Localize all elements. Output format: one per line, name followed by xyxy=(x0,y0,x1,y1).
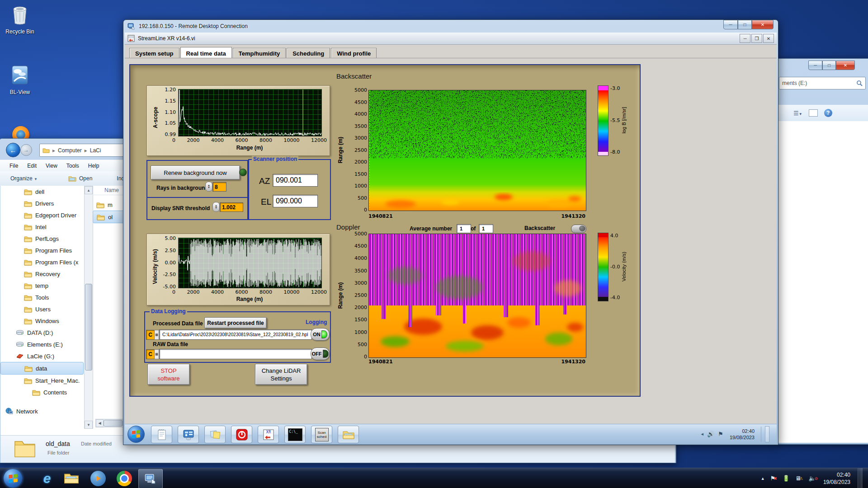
show-desktop-button[interactable] xyxy=(858,468,863,488)
backscatter-toggle[interactable] xyxy=(571,225,586,233)
tab-wind-profile[interactable]: Wind profile xyxy=(331,48,377,58)
start-button[interactable] xyxy=(4,469,22,488)
sidebar-item-start-here-mac[interactable]: Start_Here_Mac. xyxy=(0,375,84,386)
view-options-icon[interactable]: ☰▼ xyxy=(793,110,802,117)
tree-scrollbar[interactable]: ▲ ▼ xyxy=(84,186,93,429)
remote-speaker-icon[interactable]: 🔊 xyxy=(707,431,714,437)
remote-taskbar-scan-scheduler[interactable]: Scansched xyxy=(311,426,332,443)
el-value[interactable]: 090.000 xyxy=(273,195,318,207)
rays-value[interactable]: 8 xyxy=(212,182,226,192)
sidebar-item-intel[interactable]: Intel xyxy=(0,221,84,233)
remote-taskbar-notepad[interactable] xyxy=(151,426,172,443)
remote-taskbar-sticky-notes[interactable] xyxy=(204,426,226,443)
remote-clock[interactable]: 02:4019/08/2023 xyxy=(727,428,757,441)
raw-path-field[interactable] xyxy=(159,349,312,359)
sidebar-item-users[interactable]: Users xyxy=(0,303,84,315)
remote-taskbar-explorer[interactable] xyxy=(338,426,359,443)
average-total-value[interactable]: 1 xyxy=(479,224,493,233)
menu-edit[interactable]: Edit xyxy=(27,163,37,169)
processed-drive-box[interactable]: C xyxy=(146,330,155,340)
sidebar-item-data-d[interactable]: DATA (D:) xyxy=(0,327,84,338)
rdp-minimize-button[interactable]: ─ xyxy=(723,20,738,29)
average-number-value[interactable]: 1 xyxy=(457,224,471,233)
remote-tray-chevron-icon[interactable]: ◂ xyxy=(701,431,704,437)
sidebar-item-contents[interactable]: Contents xyxy=(0,386,84,398)
sidebar-item-recovery[interactable]: Recovery xyxy=(0,268,84,280)
sidebar-item-elements-e[interactable]: Elements (E:) xyxy=(0,338,84,350)
remote-start-button[interactable] xyxy=(127,426,145,443)
remote-show-desktop[interactable] xyxy=(765,426,769,442)
back-button[interactable]: ← xyxy=(6,143,20,157)
processed-path-type-icon[interactable]: ▩ xyxy=(154,330,159,340)
remote-taskbar-stop-app[interactable] xyxy=(231,426,252,443)
sidebar-item-temp[interactable]: temp xyxy=(0,280,84,291)
sidebar-item-perflogs[interactable]: PerfLogs xyxy=(0,233,84,244)
minimize-button[interactable]: ─ xyxy=(808,61,822,70)
az-value[interactable]: 090.001 xyxy=(273,174,318,187)
raw-path-type-icon[interactable]: ▩ xyxy=(154,349,159,359)
help-icon[interactable]: ? xyxy=(824,109,832,117)
taskbar-wmp-icon[interactable] xyxy=(90,471,106,486)
tab-system-setup[interactable]: System setup xyxy=(129,48,179,58)
remote-taskbar-control-panel[interactable] xyxy=(178,426,199,443)
menu-file[interactable]: File xyxy=(9,163,18,169)
rays-spinner[interactable]: ▲▼ xyxy=(205,182,212,192)
labview-minimize-button[interactable]: ─ xyxy=(740,34,750,43)
ascope-plot[interactable] xyxy=(178,89,322,136)
tray-network-icon[interactable]: 🖥⚠ xyxy=(795,475,803,482)
tray-speaker-muted-icon[interactable]: 🔈⊘ xyxy=(808,475,818,482)
labview-close-button[interactable]: ✕ xyxy=(763,34,774,43)
taskbar-chrome-icon[interactable] xyxy=(117,471,132,486)
velocity-plot[interactable] xyxy=(178,238,322,288)
search-box[interactable]: ments (E:) xyxy=(779,77,866,89)
host-clock[interactable]: 02:4019/08/2023 xyxy=(823,471,852,486)
sidebar-item-network[interactable]: Network xyxy=(0,405,88,417)
labview-titlebar[interactable]: StreamLine XR v14-6.vi ─ ❐ ✕ xyxy=(125,33,777,45)
rdp-maximize-button[interactable]: □ xyxy=(738,20,752,29)
backscatter-heatmap[interactable] xyxy=(368,90,586,211)
doppler-heatmap[interactable] xyxy=(368,234,586,358)
sidebar-item-tools[interactable]: Tools xyxy=(0,291,84,303)
taskbar-rdp-button-active[interactable] xyxy=(138,469,163,488)
desktop-icon-blview[interactable]: BL-View xyxy=(3,65,37,95)
rdp-titlebar[interactable]: 192.168.0.150 - Remote Desktop Connectio… xyxy=(123,20,778,33)
preview-pane-icon[interactable] xyxy=(809,109,818,117)
processed-logging-on-button[interactable]: ON xyxy=(311,328,330,341)
raw-logging-off-button[interactable]: OFF xyxy=(311,347,330,360)
tray-up-arrow-icon[interactable]: ▲ xyxy=(761,476,765,481)
desktop-icon-recycle-bin[interactable]: Recycle Bin xyxy=(3,4,37,35)
menu-tools[interactable]: Tools xyxy=(66,163,79,169)
taskbar-ie-icon[interactable]: e xyxy=(37,470,57,487)
sidebar-item-windows[interactable]: Windows xyxy=(0,315,84,327)
sidebar-item-program-files[interactable]: Program Files xyxy=(0,244,84,256)
snr-spinner[interactable]: ▲▼ xyxy=(212,202,220,212)
tray-battery-icon[interactable]: 🔋 xyxy=(783,475,790,482)
sidebar-item-data[interactable]: data xyxy=(0,362,84,375)
renew-background-button[interactable]: Renew background now xyxy=(151,165,240,180)
tree-scrollbar-thumb[interactable] xyxy=(85,284,92,371)
close-button[interactable]: ✕ xyxy=(836,61,855,70)
breadcrumb-computer[interactable]: Computer xyxy=(58,147,82,154)
labview-restore-button[interactable]: ❐ xyxy=(751,34,762,43)
remote-taskbar-labview-xr[interactable]: XR xyxy=(258,426,279,443)
tab-real-time-data[interactable]: Real time data xyxy=(180,47,232,58)
rdp-close-button[interactable]: ✕ xyxy=(752,20,774,29)
menu-help[interactable]: Help xyxy=(88,163,99,169)
snr-value[interactable]: 1.002 xyxy=(220,202,243,212)
breadcrumb-drive[interactable]: LaCi xyxy=(90,147,101,154)
sidebar-item-dell[interactable]: dell xyxy=(0,186,84,197)
tab-temp-humidity[interactable]: Temp/humidity xyxy=(233,48,286,58)
restart-processed-file-button[interactable]: Restart processed file xyxy=(204,317,267,328)
tray-flag-icon[interactable]: ⚑✖ xyxy=(770,475,777,482)
sidebar-item-edgeport-driver[interactable]: Edgeport Driver xyxy=(0,209,84,221)
sidebar-item-program-files-x[interactable]: Program Files (x xyxy=(0,256,84,268)
remote-flag-icon[interactable]: ⚑ xyxy=(718,431,723,437)
maximize-button[interactable]: □ xyxy=(822,61,836,70)
taskbar-explorer-icon[interactable] xyxy=(63,472,80,486)
stop-software-button[interactable]: STOPsoftware xyxy=(147,364,190,385)
tab-scheduling[interactable]: Scheduling xyxy=(287,48,330,58)
forward-button[interactable]: → xyxy=(20,144,32,156)
processed-path-field[interactable]: C:\Lidar\Data\Proc\2023\202308\20230819\… xyxy=(159,329,312,340)
organize-button[interactable]: Organize ▼ xyxy=(10,175,38,182)
sidebar-item-lacie-g[interactable]: LaCie (G:) xyxy=(0,350,84,362)
